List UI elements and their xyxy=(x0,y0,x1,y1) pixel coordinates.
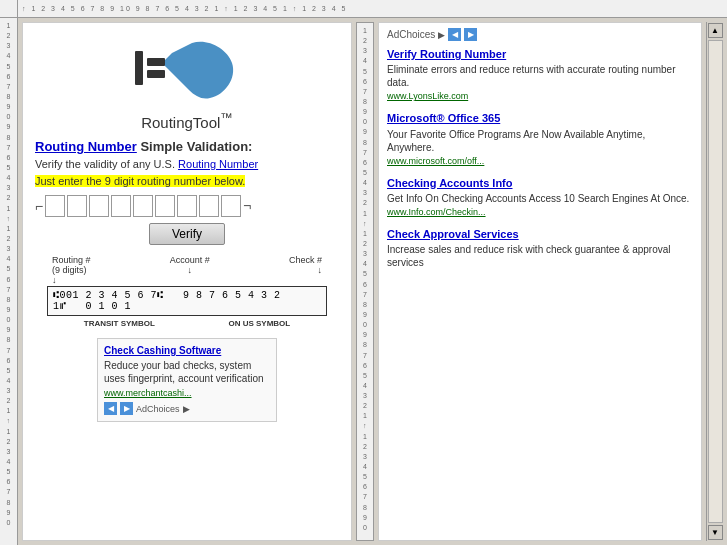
inner-ad-nav-next[interactable]: ▶ xyxy=(120,402,133,415)
digit-4[interactable] xyxy=(111,195,131,217)
routing-sublabel: (9 digits) xyxy=(52,265,87,275)
scroll-up-button[interactable]: ▲ xyxy=(708,23,723,38)
svg-rect-1 xyxy=(147,70,165,78)
scrollbar[interactable]: ▲ ▼ xyxy=(706,22,723,541)
instruction-text: Verify the validity of any U.S. Routing … xyxy=(35,158,339,170)
account-label: Account # xyxy=(170,255,210,265)
right-adchoices-label: AdChoices xyxy=(387,29,435,40)
digit-6[interactable] xyxy=(155,195,175,217)
verify-button[interactable]: Verify xyxy=(149,223,225,245)
right-ad-title-0[interactable]: Verify Routing Number xyxy=(387,47,693,61)
right-ad-desc-0: Eliminate errors and reduce returns with… xyxy=(387,63,693,89)
inner-ad-description: Reduce your bad checks, system uses fing… xyxy=(104,359,270,385)
digit-7[interactable] xyxy=(177,195,197,217)
right-ad-desc-1: Your Favorite Office Programs Are Now Av… xyxy=(387,128,693,154)
digit-3[interactable] xyxy=(89,195,109,217)
svg-rect-0 xyxy=(147,58,165,66)
right-ad-item-3: Check Approval Services Increase sales a… xyxy=(387,227,693,269)
routing-label: Routing # xyxy=(52,255,91,265)
ruler-top: ↑ 1 2 3 4 5 6 7 8 9 10 9 8 7 6 5 4 3 2 1… xyxy=(18,5,347,12)
right-ad-desc-2: Get Info On Checking Accounts Access 10 … xyxy=(387,192,693,205)
inner-ad-box: Check Cashing Software Reduce your bad c… xyxy=(97,338,277,422)
routing-input-row: ⌐ ¬ xyxy=(35,195,339,217)
right-ad-item-0: Verify Routing Number Eliminate errors a… xyxy=(387,47,693,101)
right-ad-title-2[interactable]: Checking Accounts Info xyxy=(387,176,693,190)
right-ad-desc-3: Increase sales and reduce risk with chec… xyxy=(387,243,693,269)
right-ad-nav-prev[interactable]: ◀ xyxy=(448,28,461,41)
logo-text: RoutingTool™ xyxy=(35,111,339,131)
account-arrow: ↓ xyxy=(188,265,193,275)
inner-adchoices-label: AdChoices xyxy=(136,404,180,414)
bracket-right-icon: ¬ xyxy=(243,198,251,214)
logo-area: RoutingTool™ xyxy=(35,33,339,131)
onus-symbol-label: ON US SYMBOL xyxy=(228,319,290,328)
digit-1[interactable] xyxy=(45,195,65,217)
check-arrow: ↓ xyxy=(318,265,323,275)
right-adchoices-icon: ▶ xyxy=(438,30,445,40)
inner-ad-url[interactable]: www.merchantcashi... xyxy=(104,388,270,398)
digit-9[interactable] xyxy=(221,195,241,217)
digit-5[interactable] xyxy=(133,195,153,217)
right-ad-panel: AdChoices ▶ ◀ ▶ Verify Routing Number El… xyxy=(378,22,702,541)
digit-8[interactable] xyxy=(199,195,219,217)
scroll-down-button[interactable]: ▼ xyxy=(708,525,723,540)
check-number-row: ⑆001 2 3 4 5 6 7⑆ 9 8 7 6 5 4 3 2 1⑈ 0 1… xyxy=(47,286,327,316)
logo-svg xyxy=(117,33,257,113)
right-ad-url-1[interactable]: www.microsoft.com/off... xyxy=(387,156,693,166)
inner-ad-title[interactable]: Check Cashing Software xyxy=(104,345,270,356)
ruler-middle: 1234567890987654321↑1234567890987654321↑… xyxy=(356,22,374,541)
routing-arrow: ↓ xyxy=(52,275,57,285)
heading-link[interactable]: Routing Number xyxy=(35,139,137,154)
ruler-left: 1234567890987654321↑1234567890987654321↑… xyxy=(0,18,18,545)
digit-2[interactable] xyxy=(67,195,87,217)
check-label: Check # xyxy=(289,255,322,265)
svg-rect-2 xyxy=(135,51,143,85)
right-ad-url-2[interactable]: www.Info.com/Checkin... xyxy=(387,207,693,217)
transit-symbol-label: TRANSIT SYMBOL xyxy=(84,319,155,328)
highlight-instruction: Just enter the 9 digit routing number be… xyxy=(35,175,245,187)
main-panel: RoutingTool™ Routing Number Simple Valid… xyxy=(22,22,352,541)
inner-ad-nav-prev[interactable]: ◀ xyxy=(104,402,117,415)
right-ad-title-1[interactable]: Microsoft® Office 365 xyxy=(387,111,693,125)
right-ad-url-0[interactable]: www.LyonsLike.com xyxy=(387,91,693,101)
right-ad-nav-next[interactable]: ▶ xyxy=(464,28,477,41)
right-ad-item-2: Checking Accounts Info Get Info On Check… xyxy=(387,176,693,217)
check-diagram: Routing # (9 digits) ↓ Account # ↓ Check… xyxy=(47,255,327,328)
right-ad-item-1: Microsoft® Office 365 Your Favorite Offi… xyxy=(387,111,693,165)
routing-number-link[interactable]: Routing Number xyxy=(178,158,258,170)
scroll-track xyxy=(708,40,723,523)
right-ad-title-3[interactable]: Check Approval Services xyxy=(387,227,693,241)
section-heading: Routing Number Simple Validation: xyxy=(35,139,339,154)
right-adchoices-header: AdChoices ▶ ◀ ▶ xyxy=(387,28,693,41)
inner-adchoices-icon: ▶ xyxy=(183,404,190,414)
bracket-left-icon: ⌐ xyxy=(35,198,43,214)
